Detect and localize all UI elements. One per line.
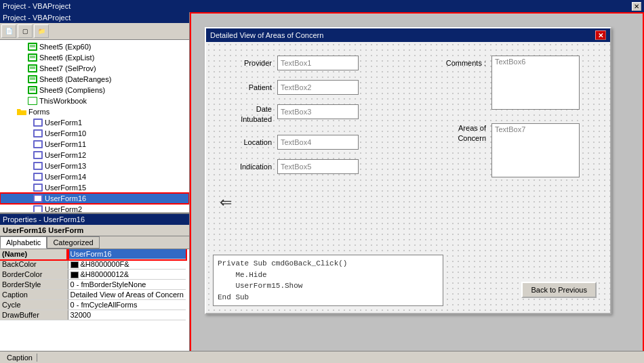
field-location: Location TextBox4 (220, 135, 427, 150)
left-panel: Project - VBAProject 📄 ▢ 📁 Sheet5 (Exp60… (0, 12, 190, 363)
field-indication: Indication TextBox5 (220, 159, 427, 174)
code-line3: UserForm15.Show (218, 280, 439, 292)
tree-item-UserForm14[interactable]: UserForm14 (0, 171, 189, 182)
tree-item-UserForm2[interactable]: UserForm2 (0, 204, 189, 212)
prop-value[interactable]: 0 - fmBorderStyleNone (68, 280, 186, 290)
textbox3[interactable]: TextBox3 (277, 104, 359, 119)
prop-key: Cycle (0, 300, 68, 310)
back-to-previous-button[interactable]: Back to Previous (521, 282, 597, 298)
properties-title: Properties - UserForm16 (0, 214, 189, 225)
svg-rect-31 (35, 163, 41, 169)
project-tree[interactable]: Sheet5 (Exp60)Sheet6 (ExpList)Sheet7 (Se… (0, 40, 189, 212)
userform-dialog: Detailed View of Areas of Concern ✕ Prov… (205, 27, 611, 314)
tree-item-label: UserForm15 (45, 184, 86, 192)
prop-value[interactable]: &H8000000F& (68, 259, 186, 270)
tree-item-label: ThisWorkbook (39, 97, 87, 105)
prop-value[interactable]: 32000 (68, 310, 186, 320)
svg-rect-21 (28, 98, 37, 104)
project-toolbar: 📄 ▢ 📁 (0, 23, 189, 40)
code-snippet: Private Sub cmdGoBack_Click() Me.Hide Us… (213, 255, 443, 306)
status-bar: Caption (0, 351, 644, 363)
textbox7[interactable]: TextBox7 (491, 123, 580, 177)
tree-item-UserForm13[interactable]: UserForm13 (0, 161, 189, 171)
form-title-bar: Detailed View of Areas of Concern ✕ (206, 28, 610, 42)
tree-item-UserForm12[interactable]: UserForm12 (0, 150, 189, 161)
prop-value[interactable]: 0 - fmCycleAllForms (68, 300, 186, 310)
tree-item-label: UserForm1 (45, 119, 82, 127)
prop-key: BorderColor (0, 270, 68, 280)
back-button-label: Back to Previous (531, 286, 587, 294)
textbox5[interactable]: TextBox5 (277, 159, 359, 174)
field-provider: Provider TextBox1 (220, 56, 427, 70)
svg-rect-35 (35, 185, 41, 190)
label-provider: Provider (220, 56, 277, 70)
prop-key: BorderStyle (0, 280, 68, 290)
tree-item-Forms[interactable]: Forms (0, 106, 189, 117)
caption-label: Caption (3, 354, 37, 362)
svg-rect-29 (35, 152, 41, 158)
project-explorer: Project - VBAProject 📄 ▢ 📁 Sheet5 (Exp60… (0, 12, 189, 214)
tree-item-Sheet7(SelProv)[interactable]: Sheet7 (SelProv) (0, 63, 189, 74)
tree-item-Sheet6(ExpList)[interactable]: Sheet6 (ExpList) (0, 52, 189, 63)
tree-item-Sheet8(DateRanges)[interactable]: Sheet8 (DateRanges) (0, 74, 189, 85)
tree-item-label: Sheet8 (DateRanges) (39, 75, 111, 83)
prop-key: Caption (0, 290, 68, 300)
properties-tabs: Alphabetic Categorized (0, 236, 189, 249)
code-line4: End Sub (218, 292, 439, 303)
tree-item-label: UserForm2 (45, 205, 82, 212)
tree-item-UserForm10[interactable]: UserForm10 (0, 128, 189, 139)
tab-alphabetic[interactable]: Alphabetic (0, 236, 47, 249)
prop-value[interactable]: &H80000012& (68, 270, 186, 280)
field-patient: Patient TextBox2 (220, 80, 427, 95)
tree-item-label: UserForm11 (45, 140, 86, 148)
tree-item-label: Sheet5 (Exp60) (39, 43, 91, 51)
tree-item-Sheet5(Exp60)[interactable]: Sheet5 (Exp60) (0, 41, 189, 52)
arrow-left-icon: ⇐ (220, 194, 232, 211)
tree-item-UserForm16[interactable]: UserForm16 (0, 193, 189, 204)
form-left-fields: Provider TextBox1 Patient TextBox2 DateI… (220, 56, 427, 187)
toggle-folders-btn[interactable]: 📁 (34, 24, 49, 38)
window-close-button[interactable]: ✕ (632, 2, 641, 11)
tree-item-UserForm1[interactable]: UserForm1 (0, 117, 189, 128)
field-comments: Comments : TextBox6 (434, 56, 597, 110)
view-code-btn[interactable]: 📄 (1, 24, 16, 38)
window-title: Project - VBAProject (3, 2, 71, 10)
tree-item-label: Sheet9 (Compliens) (39, 86, 105, 94)
label-date-intubated: DateIntubated (220, 104, 277, 125)
tree-item-label: Forms (28, 108, 49, 116)
prop-key: DrawBuffer (0, 310, 68, 320)
form-title: Detailed View of Areas of Concern (210, 31, 323, 39)
prop-value[interactable]: UserForm16 (68, 249, 186, 259)
tree-item-label: UserForm12 (45, 151, 86, 159)
textbox4[interactable]: TextBox4 (277, 135, 359, 150)
tree-item-UserForm15[interactable]: UserForm15 (0, 182, 189, 193)
form-body: Provider TextBox1 Patient TextBox2 DateI… (206, 42, 610, 313)
tree-item-ThisWorkbook[interactable]: ThisWorkbook (0, 95, 189, 106)
project-explorer-title: Project - VBAProject (3, 14, 71, 22)
svg-rect-39 (35, 207, 41, 212)
label-areas-of-concern: Areas ofConcern (434, 123, 491, 144)
tree-item-label: Sheet7 (SelProv) (39, 64, 96, 72)
tab-categorized[interactable]: Categorized (47, 236, 99, 249)
textbox1[interactable]: TextBox1 (277, 56, 359, 70)
window-title-bar: Project - VBAProject ✕ (0, 0, 644, 12)
tree-item-Sheet9(Compliens)[interactable]: Sheet9 (Compliens) (0, 85, 189, 95)
prop-value[interactable]: Detailed View of Areas of Concern (68, 290, 186, 300)
tree-item-UserForm11[interactable]: UserForm11 (0, 139, 189, 150)
textbox6[interactable]: TextBox6 (491, 56, 580, 110)
label-comments: Comments : (434, 56, 491, 70)
svg-rect-23 (35, 120, 41, 125)
textbox2[interactable]: TextBox2 (277, 80, 359, 95)
tree-item-label: UserForm13 (45, 162, 86, 170)
tree-item-label: Sheet6 (ExpList) (39, 54, 94, 62)
tree-item-label: UserForm10 (45, 129, 86, 137)
field-date-intubated: DateIntubated TextBox3 (220, 104, 427, 125)
properties-table: (Name)UserForm16BackColor&H8000000F&Bord… (0, 249, 189, 358)
tree-item-label: UserForm14 (45, 173, 86, 181)
svg-rect-37 (35, 196, 41, 201)
view-object-btn[interactable]: ▢ (18, 24, 33, 38)
code-line2: Me.Hide (218, 270, 439, 281)
form-right-fields: Comments : TextBox6 Areas ofConcern Text… (434, 56, 597, 187)
form-close-button[interactable]: ✕ (595, 30, 606, 40)
field-areas-of-concern: Areas ofConcern TextBox7 (434, 123, 597, 177)
